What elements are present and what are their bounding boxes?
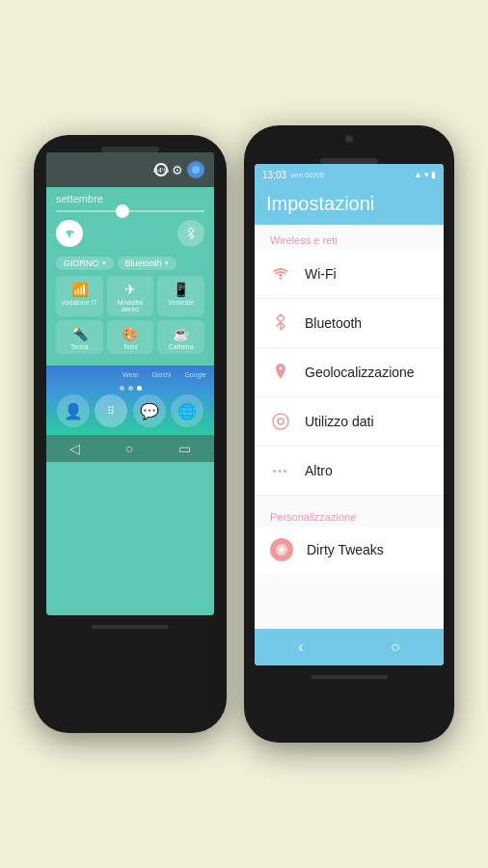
- right-phone: 13:03 ven 02/09 ▲ ▾ ▮ Impostazioni Wirel…: [244, 125, 454, 743]
- qs-quick-row: GIORNO ▾ Bluetooth ▾: [56, 257, 204, 270]
- themes-label: Temi: [123, 343, 138, 350]
- bluetooth-icon: [270, 312, 291, 334]
- page-dots: [54, 386, 206, 391]
- torch-icon: 🔦: [71, 326, 88, 341]
- battery-percent: 84%: [153, 166, 169, 175]
- left-homescreen: Wear Giochi Google 👤 ⠿ 💬 🌐: [46, 366, 214, 435]
- right-back-btn[interactable]: ‹: [298, 638, 303, 656]
- qs-tile-themes[interactable]: 🎨 Temi: [107, 320, 154, 354]
- dock-row: 👤 ⠿ 💬 🌐: [54, 394, 206, 427]
- qs-tile-torch[interactable]: 🔦 Torcia: [56, 320, 103, 354]
- settings-item-altro[interactable]: ••• Altro: [255, 447, 444, 496]
- bluetooth-toggle[interactable]: [177, 220, 204, 247]
- wifi-toggle[interactable]: [56, 220, 83, 247]
- qs-giorno-btn[interactable]: GIORNO ▾: [56, 257, 114, 270]
- recents-btn[interactable]: ▭: [178, 441, 191, 456]
- dot-2: [128, 386, 133, 391]
- section-wireless: Wireless e reti: [255, 225, 444, 250]
- left-bottom-bar: [92, 625, 169, 629]
- wifi-icon: [270, 263, 291, 285]
- left-status-icons: 84% ⚙: [154, 161, 204, 178]
- altro-label: Altro: [305, 463, 333, 478]
- brightness-row[interactable]: [56, 210, 204, 212]
- qs-date: settembre: [56, 193, 204, 204]
- brightness-thumb: [116, 204, 129, 218]
- svg-point-0: [273, 414, 288, 429]
- dirty-tweaks-label: Dirty Tweaks: [307, 542, 384, 557]
- battery-indicator: 84%: [154, 163, 168, 176]
- statusbar-icons: ▲ ▾ ▮: [414, 170, 436, 179]
- gear-icon[interactable]: ⚙: [172, 163, 183, 177]
- wifi-status-icon: ▾: [424, 170, 429, 179]
- settings-title: Impostazioni: [266, 193, 432, 215]
- settings-item-dirty-tweaks[interactable]: Dirty Tweaks: [255, 527, 444, 573]
- caffeine-label: Caffeina: [169, 343, 194, 350]
- right-screen: 13:03 ven 02/09 ▲ ▾ ▮ Impostazioni Wirel…: [255, 164, 444, 665]
- battery-status-icon: ▮: [431, 170, 436, 179]
- qs-tile-rotation[interactable]: 📱 Verticale: [157, 276, 204, 316]
- airplane-label: Modalità aereo: [111, 299, 150, 312]
- dirty-tweaks-icon: [270, 538, 293, 561]
- settings-item-location[interactable]: Geolocalizzazione: [255, 348, 444, 397]
- right-bottom-bar: [311, 675, 388, 679]
- dot-1: [120, 386, 124, 391]
- dock-browser[interactable]: 🌐: [171, 394, 203, 427]
- location-label: Geolocalizzazione: [305, 365, 415, 380]
- right-home-btn[interactable]: ○: [391, 638, 400, 656]
- brightness-bar: [56, 210, 204, 212]
- games-label: Giochi: [152, 371, 172, 378]
- left-navbar: 84% ⚙: [46, 152, 214, 187]
- status-date: ven 02/09: [290, 171, 324, 179]
- right-bottom-area: [244, 665, 454, 696]
- signal-icon: ▲: [414, 170, 422, 179]
- vodafone-label: vodafone IT: [62, 299, 97, 306]
- personalizzazione-section: Personalizzazione Dirty Tweaks: [255, 496, 444, 573]
- right-nav-bar: ‹ ○: [255, 629, 444, 665]
- left-screen: 84% ⚙ settembre: [46, 152, 214, 615]
- qs-bluetooth-btn[interactable]: Bluetooth ▾: [118, 257, 176, 270]
- back-btn[interactable]: ◁: [69, 441, 80, 456]
- wifi-label: Wi-Fi: [305, 266, 337, 282]
- rotation-label: Verticale: [168, 299, 194, 306]
- caffeine-icon: ☕: [173, 326, 189, 341]
- dock-contacts[interactable]: 👤: [57, 394, 90, 427]
- home-btn[interactable]: ○: [125, 441, 133, 456]
- section-personalizzazione: Personalizzazione: [255, 502, 444, 527]
- airplane-icon: ✈: [124, 282, 136, 297]
- avatar[interactable]: [187, 161, 204, 178]
- status-time: 13:03: [262, 170, 286, 180]
- quick-settings-panel: settembre: [46, 187, 214, 366]
- vodafone-icon: 📶: [71, 282, 88, 297]
- qs-tile-caffeine[interactable]: ☕ Caffeina: [157, 320, 204, 354]
- left-phone: 84% ⚙ settembre: [34, 135, 227, 733]
- settings-item-data[interactable]: Utilizzo dati: [255, 397, 444, 447]
- location-icon: [270, 362, 291, 383]
- torch-label: Torcia: [70, 343, 89, 350]
- qs-tile-vodafone[interactable]: 📶 vodafone IT: [56, 276, 103, 316]
- wear-label: Wear: [122, 371, 139, 378]
- data-usage-label: Utilizzo dati: [305, 414, 374, 429]
- themes-icon: 🎨: [122, 326, 138, 341]
- settings-item-bluetooth[interactable]: Bluetooth: [255, 299, 444, 348]
- settings-item-wifi[interactable]: Wi-Fi: [255, 250, 444, 299]
- qs-toggles-row: [56, 220, 204, 247]
- left-bottom-area: [34, 615, 227, 646]
- google-label: Google: [184, 371, 206, 378]
- qs-tile-airplane[interactable]: ✈ Modalità aereo: [107, 276, 154, 316]
- bluetooth-arrow: ▾: [165, 259, 169, 267]
- bluetooth-label: Bluetooth: [305, 315, 362, 331]
- dock-apps[interactable]: ⠿: [95, 394, 127, 427]
- qs-tiles: 📶 vodafone IT ✈ Modalità aereo 📱 Vertica…: [56, 276, 204, 354]
- dot-3-active: [137, 386, 142, 391]
- dock-whatsapp[interactable]: 💬: [133, 394, 166, 427]
- settings-header: Impostazioni: [255, 185, 444, 225]
- settings-content: Wireless e reti Wi-Fi: [255, 225, 444, 629]
- qs-bluetooth-label: Bluetooth: [125, 258, 162, 268]
- giorno-arrow: ▾: [102, 259, 106, 267]
- folder-labels-row: Wear Giochi Google: [54, 371, 206, 378]
- qs-giorno-label: GIORNO: [64, 258, 99, 268]
- right-statusbar: 13:03 ven 02/09 ▲ ▾ ▮: [255, 164, 444, 185]
- left-nav-bar: ◁ ○ ▭: [46, 435, 214, 462]
- rotation-icon: 📱: [173, 282, 189, 297]
- more-icon: •••: [270, 460, 291, 481]
